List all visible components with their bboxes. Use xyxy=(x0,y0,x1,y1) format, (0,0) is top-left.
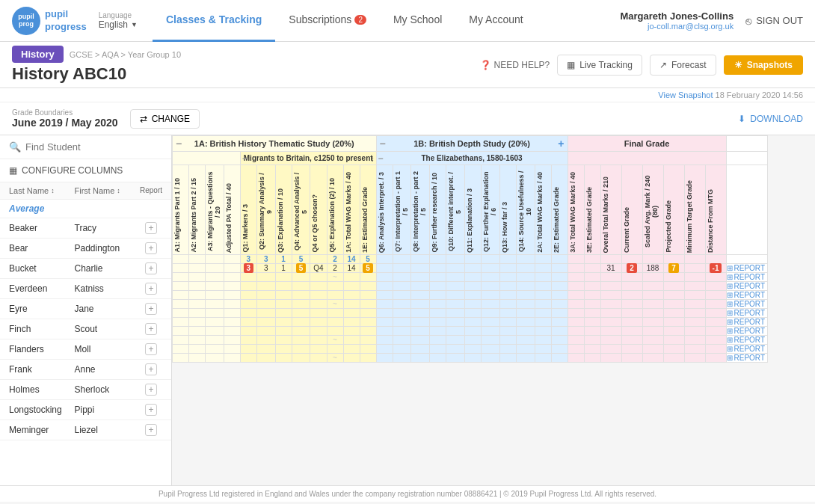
s-firstname: Paddington xyxy=(75,243,141,253)
s-lastname: Eyre xyxy=(9,304,75,314)
main-content: 🔍 ▦ CONFIGURE COLUMNS Last Name ↕ First … xyxy=(0,135,815,485)
report-button[interactable]: ⊞ REPORT xyxy=(727,282,766,290)
language-selector[interactable]: Language English ▼ xyxy=(99,11,138,30)
col-header-scaled: Scaled Avg. Mark / 240 (80) xyxy=(642,165,663,255)
table-row: ⊞ REPORT xyxy=(173,309,768,318)
download-icon: ⬇ xyxy=(738,114,745,124)
sort-icon: ↕ xyxy=(51,187,55,194)
collapse-1a-btn[interactable]: − xyxy=(176,138,182,150)
s-icon[interactable]: + xyxy=(140,363,162,375)
user-info: Margareth Jones-Collins jo-coll.mar@clsg… xyxy=(620,10,734,31)
col-header-a1: A1: Migrants Part 1 / 10 xyxy=(173,165,189,255)
nav-subscriptions-label: Subscriptions xyxy=(289,13,351,25)
report-button[interactable]: ⊞ REPORT xyxy=(727,273,766,281)
s-icon[interactable]: + xyxy=(140,424,162,436)
col-header-projected: Projected Grade xyxy=(663,165,684,255)
logo-circle: pupilprog xyxy=(12,7,40,35)
col-header-q4: Q4: Advanced Analysis / 5 xyxy=(292,165,310,255)
tracking-icon: ▦ xyxy=(567,60,575,70)
s-firstname: Jane xyxy=(75,304,141,314)
report-button[interactable]: ⊞ REPORT xyxy=(727,291,766,299)
s-icon[interactable]: + xyxy=(140,343,162,355)
col-lastname-header[interactable]: Last Name ↕ xyxy=(9,186,75,195)
s-firstname: Anne xyxy=(75,364,141,375)
table-row: ⊞ REPORT xyxy=(173,345,768,354)
s-icon[interactable]: + xyxy=(140,323,162,335)
header: pupilprog pupil progress Language Englis… xyxy=(0,0,815,42)
forecast-label: Forecast xyxy=(671,60,707,70)
collapse-1b-btn[interactable]: − xyxy=(380,138,386,150)
list-item: Bear Paddington + xyxy=(0,239,171,259)
report-button[interactable]: ⊞ REPORT xyxy=(727,309,766,317)
col-header-q8: Q8: Interpretation - part 2 / 5 xyxy=(411,165,430,255)
report-button[interactable]: ⊞ REPORT xyxy=(727,345,766,353)
configure-columns-button[interactable]: ▦ CONFIGURE COLUMNS xyxy=(0,159,171,182)
grade-boundaries-label: Grade Boundaries xyxy=(12,108,118,117)
s-icon[interactable]: + xyxy=(140,222,162,234)
s-lastname: Flanders xyxy=(9,344,75,354)
col-header-q14: Q14: Source Usefulness / 10 xyxy=(516,165,535,255)
logo: pupilprog pupil progress xyxy=(12,7,87,35)
list-item: Flanders Moll + xyxy=(0,339,171,360)
live-tracking-button[interactable]: ▦ Live Tracking xyxy=(557,55,642,76)
change-icon: ⇄ xyxy=(140,114,147,124)
s-icon[interactable]: + xyxy=(140,283,162,295)
report-button[interactable]: ⊞ REPORT xyxy=(727,300,766,308)
section-1a-header: − 1A: British History Thematic Study (20… xyxy=(173,136,377,152)
list-item: Frank Anne + xyxy=(0,360,171,380)
footer: Pupil Progress Ltd registered in England… xyxy=(0,485,815,502)
collapse-sub-1a-btn[interactable]: − xyxy=(242,153,247,164)
report-button[interactable]: ⊞ REPORT xyxy=(727,354,766,362)
avg-data-row: 3 3 1 5 2 14 5 xyxy=(173,255,768,264)
forecast-button[interactable]: ↗ Forecast xyxy=(650,55,716,76)
col-header-1a-total: 1A: Total WAG Marks / 40 xyxy=(343,165,360,255)
student-table-header: Last Name ↕ First Name ↕ Report xyxy=(0,182,171,200)
nav-item-subscriptions[interactable]: Subscriptions 2 xyxy=(275,0,380,42)
col-header-pa: Adjusted PA Total / 40 xyxy=(224,165,240,255)
report-button[interactable]: ⊞ REPORT xyxy=(727,264,766,272)
s-firstname: Pippi xyxy=(75,405,141,415)
s-icon[interactable]: + xyxy=(140,262,162,274)
user-name: Margareth Jones-Collins xyxy=(620,10,734,22)
report-button[interactable]: ⊞ REPORT xyxy=(727,336,766,344)
report-button[interactable]: ⊞ REPORT xyxy=(727,318,766,326)
subheader-left: History GCSE > AQA > Year Group 10 Histo… xyxy=(12,46,480,84)
report-button[interactable]: ⊞ REPORT xyxy=(727,327,766,335)
s-icon[interactable]: + xyxy=(140,404,162,416)
s-firstname: Sherlock xyxy=(75,384,141,395)
change-button[interactable]: ⇄ CHANGE xyxy=(130,109,200,129)
sort-icon-2: ↕ xyxy=(117,187,120,194)
question-icon: ❓ xyxy=(480,60,491,70)
grid-container[interactable]: − 1A: British History Thematic Study (20… xyxy=(172,135,815,485)
col-firstname-header[interactable]: First Name ↕ xyxy=(75,186,141,195)
table-row: ⊞ REPORT xyxy=(173,282,768,291)
nav-item-account[interactable]: My Account xyxy=(455,0,536,42)
need-help-button[interactable]: ❓ NEED HELP? xyxy=(480,60,550,70)
snapshots-label: Snapshots xyxy=(747,60,793,70)
list-item: Bucket Charlie + xyxy=(0,259,171,279)
nav-item-classes-tracking[interactable]: Classes & Tracking xyxy=(153,0,275,42)
expand-1b-btn[interactable]: + xyxy=(558,138,564,150)
table-row: ⊞ REPORT xyxy=(173,327,768,336)
col-header-target: Minimum Target Grade xyxy=(684,165,705,255)
user-email: jo-coll.mar@clsg.org.uk xyxy=(620,22,734,31)
signout-button[interactable]: ⎋ SIGN OUT xyxy=(745,15,803,27)
nav-item-school[interactable]: My School xyxy=(380,0,455,42)
col-header-a2: A2: Migrants Part 2 / 15 xyxy=(189,165,206,255)
collapse-sub-1b-btn[interactable]: − xyxy=(378,153,384,164)
history-back-button[interactable]: History xyxy=(12,46,64,63)
s-icon[interactable]: + xyxy=(140,242,162,254)
s-icon[interactable]: + xyxy=(140,303,162,315)
col-header-report xyxy=(726,165,767,255)
s-icon[interactable]: + xyxy=(140,384,162,396)
download-button[interactable]: ⬇ DOWNLOAD xyxy=(738,114,803,124)
subheader-actions: ❓ NEED HELP? ▦ Live Tracking ↗ Forecast … xyxy=(480,55,803,76)
section-1b-header: − 1B: British Depth Study (20%) + xyxy=(376,136,568,152)
snapshots-button[interactable]: ☀ Snapshots xyxy=(724,55,803,75)
s-lastname: Bear xyxy=(9,243,75,253)
average-row: Average xyxy=(0,200,171,218)
sidebar: 🔍 ▦ CONFIGURE COLUMNS Last Name ↕ First … xyxy=(0,135,172,485)
col-header-q2: Q2: Summary Analysis / 9 xyxy=(256,165,275,255)
s-lastname: Finch xyxy=(9,324,75,334)
search-input[interactable] xyxy=(25,141,162,153)
